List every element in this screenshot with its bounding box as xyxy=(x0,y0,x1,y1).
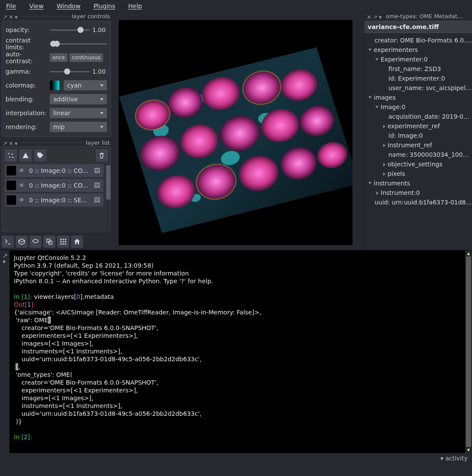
collapse-icon[interactable]: ▾ xyxy=(3,258,7,262)
delete-layer-button[interactable] xyxy=(96,149,108,162)
tree-node[interactable]: Experimenter:0 xyxy=(366,55,472,64)
tree-node[interactable]: instruments xyxy=(366,178,472,188)
tree-node[interactable]: pixels xyxy=(366,169,472,178)
close-icon[interactable]: ✕ xyxy=(367,14,371,18)
interpolation-dropdown[interactable]: linear xyxy=(50,108,107,118)
svg-point-0 xyxy=(8,153,10,154)
chevron-down-icon xyxy=(100,98,103,100)
grid-button[interactable] xyxy=(57,236,69,248)
svg-rect-9 xyxy=(65,239,66,240)
collapse-icon[interactable]: ▾ xyxy=(379,14,383,18)
tree-node[interactable]: experimenter_ref xyxy=(366,121,472,131)
new-labels-button[interactable] xyxy=(34,149,46,162)
popout-icon[interactable]: ↗ xyxy=(3,252,7,256)
opacity-slider[interactable] xyxy=(50,26,90,33)
autocontrast-once-button[interactable]: once xyxy=(50,53,68,62)
close-icon[interactable]: ✕ xyxy=(9,140,13,145)
disclosure-triangle-icon[interactable] xyxy=(369,49,372,51)
tree-node-label: pixels xyxy=(388,169,405,178)
menu-help[interactable]: Help xyxy=(125,2,145,10)
tree-node: acquisition_date: 2019-05-… xyxy=(366,112,472,121)
console-banner: Jupyter QtConsole 5.2.2 Python 3.9.7 (de… xyxy=(14,254,213,285)
ndisplay-button[interactable] xyxy=(16,236,28,248)
new-shapes-button[interactable] xyxy=(19,149,32,162)
tree-node-label: uuid: urn:uuid:b1fa6373-01d8-… xyxy=(375,198,472,207)
tree-node[interactable]: images xyxy=(366,93,472,102)
tree-node-label: id: Experimenter:0 xyxy=(388,74,445,83)
menu-file[interactable]: File xyxy=(3,2,19,10)
tree-node: name: 3500003034_100X_… xyxy=(366,150,472,159)
tree-node[interactable]: Image:0 xyxy=(366,102,472,112)
chevron-down-icon xyxy=(100,112,103,114)
collapse-icon[interactable]: ▾ xyxy=(15,140,19,145)
ipython-console[interactable]: Jupyter QtConsole 5.2.2 Python 3.9.7 (de… xyxy=(10,250,465,453)
scroll-up-icon[interactable]: ▲ xyxy=(465,250,472,256)
tree-node-label: first_name: ZSD3 xyxy=(388,64,441,74)
gamma-value: 1.00 xyxy=(92,68,107,75)
tree-node[interactable]: experimenters xyxy=(366,45,472,55)
transpose-button[interactable] xyxy=(43,236,55,248)
viewer-canvas[interactable] xyxy=(119,20,352,245)
svg-rect-15 xyxy=(65,243,66,245)
contrast-slider[interactable] xyxy=(50,40,107,47)
disclosure-triangle-icon[interactable] xyxy=(383,144,385,147)
scroll-down-icon[interactable]: ▼ xyxy=(465,447,472,453)
colormap-dropdown[interactable]: cyan xyxy=(64,80,107,91)
autocontrast-label: auto-contrast: xyxy=(6,51,47,65)
home-button[interactable] xyxy=(71,236,83,248)
autocontrast-continuous-button[interactable]: continuous xyxy=(69,53,103,62)
roll-dims-button[interactable] xyxy=(29,236,42,248)
visibility-icon[interactable]: 👁 xyxy=(19,182,26,189)
disclosure-triangle-icon[interactable] xyxy=(383,172,385,176)
layer-item[interactable]: 👁 0 :: Image:0 :: CO... 🖼 xyxy=(5,164,103,177)
popout-icon[interactable]: ↗ xyxy=(3,14,7,18)
visibility-icon[interactable]: 👁 xyxy=(19,197,26,204)
image-type-icon: 🖼 xyxy=(94,197,102,204)
disclosure-triangle-icon[interactable] xyxy=(376,191,378,195)
menubar: File View Window Plugins Help xyxy=(0,0,472,12)
tree-node[interactable]: objective_settings xyxy=(366,159,472,169)
activity-toggle[interactable]: ▾ activity xyxy=(440,455,468,462)
console-dock: ↗ ▾ Jupyter QtConsole 5.2.2 Python 3.9.7… xyxy=(0,249,472,453)
layer-list: 👁 0 :: Image:0 :: CO... 🖼 👁 0 :: Image:0… xyxy=(2,146,111,232)
ome-metadata-panel: ✕ ↗ ▾ ome-types: OME Metadat… variance-c… xyxy=(364,12,472,249)
tree-node-label: Instrument:0 xyxy=(381,188,420,198)
disclosure-triangle-icon[interactable] xyxy=(375,58,379,61)
layer-item[interactable]: 👁 0 :: Image:0 :: SE... 🖼 xyxy=(5,194,103,207)
gamma-slider[interactable] xyxy=(50,68,90,75)
tree-node-label: experimenter_ref xyxy=(388,121,440,131)
tree-node-label: name: 3500003034_100X_… xyxy=(388,150,472,159)
layer-list-scrollbar[interactable] xyxy=(106,164,110,232)
collapse-icon[interactable]: ▾ xyxy=(15,14,19,18)
disclosure-triangle-icon[interactable] xyxy=(383,125,385,128)
close-icon[interactable]: ✕ xyxy=(9,14,13,18)
chevron-down-icon xyxy=(100,84,103,87)
menu-plugins[interactable]: Plugins xyxy=(90,2,119,10)
layer-thumbnail xyxy=(6,181,16,190)
layer-controls-header: ↗ ✕ ▾ layer controls xyxy=(0,12,113,20)
layer-item[interactable]: 👁 0 :: Image:0 :: CO... 🖼 xyxy=(5,179,103,192)
popout-icon[interactable]: ↗ xyxy=(3,140,7,145)
visibility-icon[interactable]: 👁 xyxy=(19,167,26,174)
disclosure-triangle-icon[interactable] xyxy=(375,106,379,108)
chevron-down-icon xyxy=(100,126,103,128)
disclosure-triangle-icon[interactable] xyxy=(383,163,385,166)
tree-node[interactable]: Instrument:0 xyxy=(366,188,472,198)
popout-icon[interactable]: ↗ xyxy=(373,14,377,18)
new-points-button[interactable] xyxy=(5,149,17,162)
blending-dropdown[interactable]: additive xyxy=(50,94,107,104)
menu-window[interactable]: Window xyxy=(53,2,84,10)
blending-label: blending: xyxy=(6,96,47,103)
console-button[interactable] xyxy=(2,236,14,248)
disclosure-triangle-icon[interactable] xyxy=(369,97,372,99)
rendering-dropdown[interactable]: mip xyxy=(50,122,107,132)
tree-node-label: instruments xyxy=(374,178,410,188)
layer-list-header: ↗ ✕ ▾ layer list xyxy=(0,139,113,146)
svg-marker-4 xyxy=(23,152,29,158)
menu-view[interactable]: View xyxy=(26,2,47,10)
tree-node[interactable]: instrument_ref xyxy=(366,140,472,150)
console-scrollbar[interactable]: ▲ ▼ xyxy=(465,250,472,453)
tree-node-label: objective_settings xyxy=(388,159,443,169)
disclosure-triangle-icon[interactable] xyxy=(369,182,372,185)
layer-name: 0 :: Image:0 :: SE... xyxy=(29,197,91,204)
